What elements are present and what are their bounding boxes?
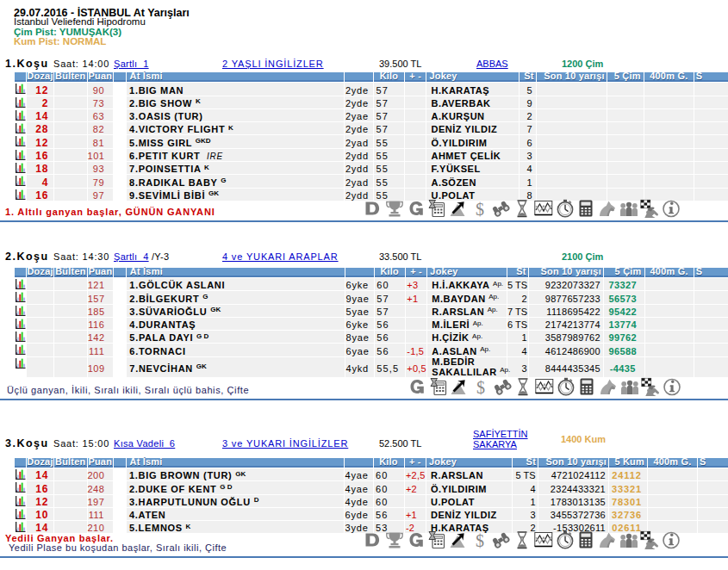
svg-text:$: $	[476, 378, 485, 397]
svg-text:$: $	[476, 531, 484, 550]
svg-text:$: $	[476, 200, 484, 219]
